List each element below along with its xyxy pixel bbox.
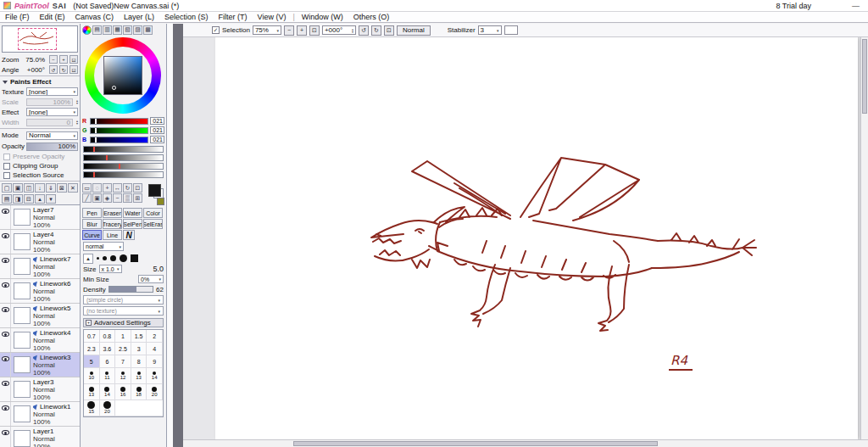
option-clipping-group[interactable]: Clipping Group <box>0 161 80 170</box>
mixer-slider[interactable] <box>83 146 164 153</box>
brush-tip-dot[interactable] <box>97 257 99 260</box>
paints-effect-header[interactable]: Paints Effect <box>0 77 80 87</box>
texture-select[interactable]: [none] ▾ <box>26 87 78 96</box>
menu-item-edit[interactable]: Edit (E) <box>35 13 70 21</box>
layer-row[interactable]: Layer3Normal100% <box>0 377 80 402</box>
option-preserve-opacity[interactable]: Preserve Opacity <box>0 152 80 161</box>
mixer-slider[interactable] <box>83 163 164 170</box>
brush-size-preset[interactable]: 9 <box>147 355 163 367</box>
clear-layer-icon[interactable]: ⊠ <box>57 183 67 193</box>
angle-reset-button[interactable]: ⊡ <box>70 65 78 74</box>
tool-button-color[interactable]: Color <box>143 208 163 218</box>
paint-effect-icon[interactable]: ▤ <box>2 194 12 204</box>
brush-tip-dot[interactable] <box>103 256 107 260</box>
texture-scale-slider[interactable]: 100% <box>26 98 73 106</box>
layer-row[interactable]: Linework4Normal100% <box>0 328 80 353</box>
menu-item-others[interactable]: Others (O) <box>348 13 395 21</box>
layer-row[interactable]: Linework3Normal100% <box>0 353 80 377</box>
rotate-ccw-button[interactable]: ↺ <box>49 65 58 74</box>
visibility-toggle[interactable] <box>0 427 11 447</box>
tool-button-pen[interactable]: Pen <box>82 208 102 218</box>
saturation-value-square[interactable] <box>103 56 142 95</box>
brush-size-preset[interactable]: 6 <box>100 355 116 367</box>
brush-tip-dot[interactable] <box>110 255 116 261</box>
zoom-out-button[interactable]: − <box>284 25 294 36</box>
texture-brush-icon[interactable]: ▒ <box>123 193 132 203</box>
lasso-icon[interactable]: ◌ <box>92 183 102 193</box>
brush-size-preset[interactable]: 1 <box>115 330 131 342</box>
tool-button-tracery[interactable]: Tracery <box>103 219 122 229</box>
brush-size-preset[interactable]: 3.6 <box>100 343 116 355</box>
alternate-color-swatch[interactable] <box>157 198 164 205</box>
horizontal-scrollbar[interactable] <box>183 439 868 447</box>
brush-size-preset[interactable]: 16 <box>115 384 131 400</box>
mixer-slider[interactable] <box>83 171 164 178</box>
vertical-scrollbar[interactable] <box>860 37 868 439</box>
mixer-slider[interactable] <box>83 154 164 161</box>
vertical-scrollbar-thumb[interactable] <box>862 39 867 114</box>
stabilizer-extra-box[interactable] <box>504 25 518 35</box>
checkbox[interactable] <box>3 154 10 160</box>
magic-wand-icon[interactable]: + <box>103 183 112 193</box>
color-mixer-icon[interactable]: ▦ <box>113 25 122 35</box>
delete-layer-icon[interactable]: ✕ <box>68 183 78 193</box>
brush-size-preset[interactable]: 2 <box>147 330 163 342</box>
brush-size-preset[interactable]: 1.5 <box>131 330 147 342</box>
brush-shape-select[interactable]: (simple circle) ▾ <box>83 295 164 305</box>
brush-size-preset[interactable]: 3 <box>131 343 147 355</box>
transfer-down-icon[interactable]: ↓ <box>35 183 45 193</box>
visibility-toggle[interactable] <box>0 328 11 352</box>
brush-texture-select[interactable]: (no texture) ▾ <box>83 306 164 316</box>
advanced-settings-header[interactable]: + Advanced Settings <box>83 318 164 327</box>
tool-button-eraser[interactable]: Eraser <box>103 208 122 218</box>
lock-opacity-icon[interactable]: ⊟ <box>24 194 34 204</box>
zoom-icon[interactable]: ⊡ <box>133 183 142 193</box>
brush-size-preset[interactable]: 14 <box>100 384 116 400</box>
brush-size-preset[interactable]: 7 <box>115 355 131 367</box>
spinner-icon[interactable]: ▴▾ <box>352 28 353 33</box>
layer-row[interactable]: Linework1Normal100% <box>0 402 80 427</box>
layer-row[interactable]: Layer7Normal100% <box>0 205 80 230</box>
navigator-thumbnail[interactable] <box>2 25 78 53</box>
panel-canvas-divider[interactable] <box>173 24 183 447</box>
primary-color-swatch[interactable] <box>148 184 161 197</box>
opacity-slider[interactable]: 100% <box>26 142 78 151</box>
rotate-icon[interactable]: ↻ <box>123 183 132 193</box>
new-linework-layer-icon[interactable]: ▣ <box>13 183 23 193</box>
brush-blend-select[interactable]: normal ▾ <box>83 242 124 251</box>
smudge-icon[interactable]: ~ <box>113 193 122 203</box>
brush-size-preset[interactable]: 13 <box>131 368 147 383</box>
channel-slider[interactable] <box>90 127 148 134</box>
canvas-angle-spinner[interactable]: +000° ▴▾ <box>322 25 356 35</box>
menu-item-filter[interactable]: Filter (T) <box>214 13 253 21</box>
brush-size-preset[interactable]: 15 <box>84 400 100 416</box>
visibility-toggle[interactable] <box>0 254 11 278</box>
swatches-icon[interactable]: ▧ <box>123 25 132 35</box>
brush-size-preset[interactable]: 20 <box>147 384 163 400</box>
brush-size-preset[interactable]: 8 <box>131 355 147 367</box>
brush-size-preset[interactable]: 2.3 <box>84 343 100 355</box>
size-unit-select[interactable]: x 1.0 ▾ <box>99 265 122 273</box>
visibility-toggle[interactable] <box>0 230 11 254</box>
grid-icon[interactable]: ⊞ <box>133 193 142 203</box>
layer-row[interactable]: Linework5Normal100% <box>0 304 80 328</box>
checkbox[interactable] <box>3 172 10 179</box>
layer-mask-icon[interactable]: ◨ <box>13 194 23 204</box>
scratchpad-icon[interactable]: ▨ <box>133 25 142 35</box>
spinner-icon[interactable]: ▴▾ <box>76 120 78 125</box>
normal-view-button[interactable]: Normal <box>397 25 431 36</box>
selection-checkbox[interactable]: ✓ <box>212 26 220 34</box>
brush-size-preset[interactable]: 12 <box>115 368 131 383</box>
new-layer-set-icon[interactable]: ◫ <box>24 183 34 193</box>
option-selection-source[interactable]: Selection Source <box>0 170 80 180</box>
menu-item-view[interactable]: View (V) <box>253 13 292 21</box>
pen-tool-icon[interactable]: ╱ <box>82 193 92 203</box>
tool-button-selpen[interactable]: SelPen <box>123 219 142 229</box>
brush-size-preset[interactable]: 14 <box>147 368 163 383</box>
visibility-toggle[interactable] <box>0 402 11 426</box>
rgb-slider-icon[interactable]: ▤ <box>92 25 102 35</box>
layer-up-icon[interactable]: ▴ <box>35 194 45 204</box>
menu-item-window[interactable]: Window (W) <box>297 13 348 21</box>
brush-size-preset[interactable]: 11 <box>100 368 116 383</box>
merge-down-icon[interactable]: ⇓ <box>46 183 56 193</box>
